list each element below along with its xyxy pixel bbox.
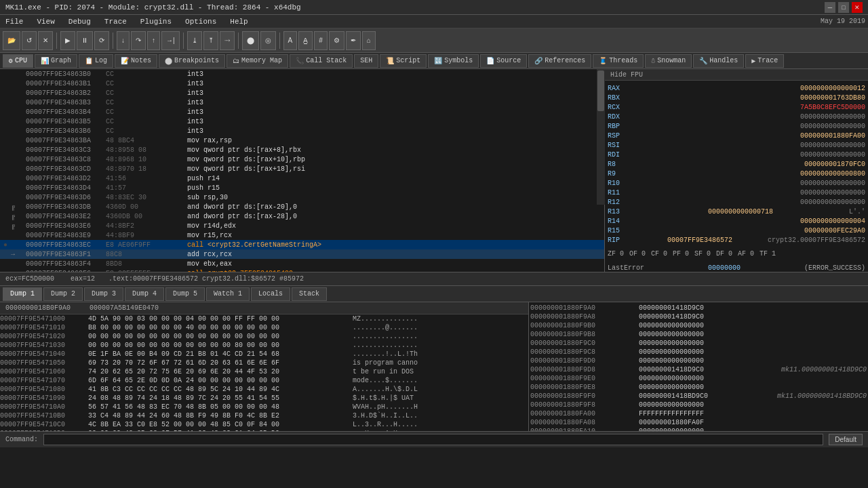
memory-row[interactable]: 000000001880F9B00000000000000000 bbox=[530, 321, 867, 330]
reg-value-label[interactable]: 000000001880FA00 bbox=[800, 132, 865, 140]
tab-dump2[interactable]: Dump 2 bbox=[43, 287, 83, 301]
toolbar-restart[interactable]: ↺ bbox=[22, 31, 37, 50]
toolbar-bp[interactable]: ⬤ bbox=[242, 31, 259, 50]
tab-symbols[interactable]: 🔣 Symbols bbox=[428, 54, 479, 68]
tab-graph[interactable]: 📊 Graph bbox=[35, 54, 77, 68]
dump-row[interactable]: 00007FF9E5471010B8 00 00 00 00 00 00 00 … bbox=[0, 323, 528, 332]
toolbar-run[interactable]: ▶ bbox=[60, 31, 75, 50]
disasm-row[interactable]: ╔00007FF9E34863E24360DB 00and dword ptr … bbox=[0, 211, 604, 221]
disasm-row[interactable]: ╔00007FF9E34863E644:8BF2mov r14d,edx bbox=[0, 221, 604, 230]
dump-row[interactable]: 00007FF9E54710C04C 8B EA 33 C0 E8 52 00 … bbox=[0, 420, 528, 429]
tab-breakpoints[interactable]: ⬤ Breakpoints bbox=[159, 54, 225, 68]
menu-view[interactable]: View bbox=[34, 18, 57, 26]
tab-references[interactable]: 🔗 References bbox=[528, 54, 591, 68]
default-button[interactable]: Default bbox=[829, 434, 863, 445]
toolbar-more2[interactable]: A̲ bbox=[298, 31, 313, 50]
reg-value-label[interactable]: 7A5B0C8EFC5D0000 bbox=[800, 104, 865, 111]
memory-row[interactable]: 000000001880F9B80000000000000000 bbox=[530, 330, 867, 339]
dump-row[interactable]: 00007FF9E54710400E 1F BA 0E 00 B4 09 CD … bbox=[0, 350, 528, 359]
memory-row[interactable]: 000000001880F9E80000000000000000 bbox=[530, 383, 867, 392]
dump-row[interactable]: 00007FF9E547105069 73 20 70 72 6F 67 72 … bbox=[0, 359, 528, 367]
disasm-row[interactable]: 00007FF9E34863C848:8968 10mov qword ptr … bbox=[0, 155, 604, 164]
reg-value-label[interactable]: 0000000000000800 bbox=[800, 170, 865, 178]
memory-row[interactable]: 000000001880F9A0000000001418D9C0 bbox=[530, 304, 867, 312]
disasm-row[interactable]: 00007FF9E34863B6CCint3 bbox=[0, 126, 604, 136]
tab-log[interactable]: 📋 Log bbox=[79, 54, 113, 68]
memory-row[interactable]: 000000001880FA00FFFFFFFFFFFFFFFF bbox=[530, 409, 867, 418]
tab-handles[interactable]: 🔧 Handles bbox=[693, 54, 744, 68]
menu-debug[interactable]: Debug bbox=[66, 18, 94, 26]
tab-dump1[interactable]: Dump 1 bbox=[3, 287, 42, 301]
reg-value-label[interactable]: 000000001763DB80 bbox=[800, 94, 865, 102]
disasm-row[interactable]: →00007FF9E34863F188C8add rcx,rcx bbox=[0, 249, 604, 259]
reg-value-label[interactable]: 0000000000000718 bbox=[708, 208, 773, 216]
menu-plugins[interactable]: Plugins bbox=[138, 18, 174, 26]
reg-value-label[interactable]: 00000000FEC29A0 bbox=[804, 227, 865, 235]
tab-seh[interactable]: SEH bbox=[354, 54, 378, 68]
toolbar-more5[interactable]: ✒ bbox=[346, 31, 361, 50]
tab-script[interactable]: 📜 Script bbox=[380, 54, 427, 68]
disasm-row[interactable]: 00007FF9E34863D441:57push r15 bbox=[0, 183, 604, 192]
memory-row[interactable]: 000000001880F9F0000000001418BD9C0mk11.00… bbox=[530, 392, 867, 401]
tab-threads[interactable]: 🧵 Threads bbox=[593, 54, 644, 68]
reg-value-label[interactable]: 000000001870FC0 bbox=[804, 161, 865, 168]
tab-dump3[interactable]: Dump 3 bbox=[84, 287, 123, 301]
reg-value-label[interactable]: 0000000000000000 bbox=[800, 180, 865, 187]
dump-row[interactable]: 00007FF9E547108041 8B C3 CC CC CC CC CC … bbox=[0, 385, 528, 394]
maximize-button[interactable]: □ bbox=[838, 2, 849, 13]
menu-file[interactable]: File bbox=[3, 18, 26, 26]
toolbar-run-cursor[interactable]: →| bbox=[161, 31, 180, 50]
reg-value-label[interactable]: 0000000000000000 bbox=[800, 199, 865, 206]
disasm-row[interactable]: ╔00007FF9E34863DB4360D 00and dword ptr d… bbox=[0, 202, 604, 211]
toolbar-open[interactable]: 📂 bbox=[3, 31, 20, 50]
disasm-row[interactable]: 00007FF9E34863BA48 8BC4mov rax,rsp bbox=[0, 136, 604, 145]
disasm-row[interactable]: 00007FF9E34863D241:56push r14 bbox=[0, 174, 604, 183]
tab-trace[interactable]: ▶ Trace bbox=[745, 54, 784, 68]
toolbar-animate-over[interactable]: ⤒ bbox=[203, 31, 218, 50]
tab-source[interactable]: 📄 Source bbox=[480, 54, 527, 68]
dump-row[interactable]: 00007FF9E54710004D 5A 90 00 03 00 00 00 … bbox=[0, 314, 528, 323]
toolbar-step-over[interactable]: ↷ bbox=[131, 31, 146, 50]
disasm-row[interactable]: 00007FF9E34863CD48:8970 18mov qword ptr … bbox=[0, 164, 604, 174]
memory-row[interactable]: 000000001880F9D00000000000000000 bbox=[530, 357, 867, 365]
disasm-row[interactable]: 00007FF9E34863B4CCint3 bbox=[0, 107, 604, 117]
memory-row[interactable]: 000000001880F9F80000000000000000 bbox=[530, 401, 867, 409]
tab-locals[interactable]: Locals bbox=[251, 287, 290, 301]
dump-row[interactable]: 00007FF9E54710B033 C4 48 89 44 24 60 48 … bbox=[0, 411, 528, 420]
toolbar-hw-bp[interactable]: ◎ bbox=[260, 31, 276, 50]
disasm-row[interactable]: 00007FF9E34863C348:8958 08mov qword ptr … bbox=[0, 145, 604, 155]
tab-watch1[interactable]: Watch 1 bbox=[206, 287, 250, 301]
disasm-row[interactable]: 00007FF9E34863F48BD8mov ebx,eax bbox=[0, 259, 604, 268]
tab-cpu[interactable]: ⚙ CPU bbox=[3, 54, 33, 68]
reg-value-label[interactable]: 0000000000000012 bbox=[800, 85, 865, 92]
memory-row[interactable]: 000000001880F9E00000000000000000 bbox=[530, 374, 867, 383]
toolbar-animate-out[interactable]: ⤑ bbox=[220, 31, 235, 50]
disasm-row[interactable]: 00007FF9E34863D648:83EC 30sub rsp,30 bbox=[0, 192, 604, 202]
tab-dump5[interactable]: Dump 5 bbox=[165, 287, 205, 301]
toolbar-more3[interactable]: # bbox=[314, 31, 328, 50]
toolbar-pause[interactable]: ⏸ bbox=[77, 31, 93, 50]
reg-value-label[interactable]: 0000000000000000 bbox=[800, 189, 865, 197]
disasm-row[interactable]: 00007FF9E34863E944:8BF9mov r15,rcx bbox=[0, 230, 604, 240]
reg-value-label[interactable]: 0000000000000000 bbox=[800, 151, 865, 159]
toolbar-animate-into[interactable]: ⤓ bbox=[187, 31, 202, 50]
menu-help[interactable]: Help bbox=[227, 18, 250, 26]
dump-row[interactable]: 00007FF9E547106074 20 62 65 20 72 75 6E … bbox=[0, 367, 528, 376]
minimize-button[interactable]: ─ bbox=[825, 2, 835, 13]
disasm-row[interactable]: 00007FF9E34863B3CCint3 bbox=[0, 98, 604, 107]
dump-row[interactable]: 00007FF9E54710706D 6F 64 65 2E 0D 0D 0A … bbox=[0, 376, 528, 385]
menu-trace[interactable]: Trace bbox=[102, 18, 130, 26]
disasm-row[interactable]: 00007FF9E34863B5CCint3 bbox=[0, 117, 604, 126]
reg-value-label[interactable]: 0000000000000000 bbox=[800, 123, 865, 130]
memory-row[interactable]: 000000001880F9D8000000001418D9C0mk11.000… bbox=[530, 365, 867, 374]
tab-call-stack[interactable]: 📞 Call Stack bbox=[290, 54, 353, 68]
toolbar-step-into[interactable]: ↓ bbox=[117, 31, 130, 50]
toolbar-restart2[interactable]: ⟳ bbox=[94, 31, 109, 50]
disasm-row[interactable]: 00007FF9E34863B0CCint3 bbox=[0, 69, 604, 79]
close-button[interactable]: ✕ bbox=[852, 2, 863, 13]
memory-row[interactable]: 000000001880F9A8000000001418D9C0 bbox=[530, 312, 867, 321]
disasm-row[interactable]: 00007FF9E34863B1CCint3 bbox=[0, 79, 604, 88]
dump-row[interactable]: 00007FF9E547103000 00 00 00 00 00 00 00 … bbox=[0, 341, 528, 350]
toolbar-more6[interactable]: ⌂ bbox=[362, 31, 376, 50]
tab-dump4[interactable]: Dump 4 bbox=[125, 287, 164, 301]
